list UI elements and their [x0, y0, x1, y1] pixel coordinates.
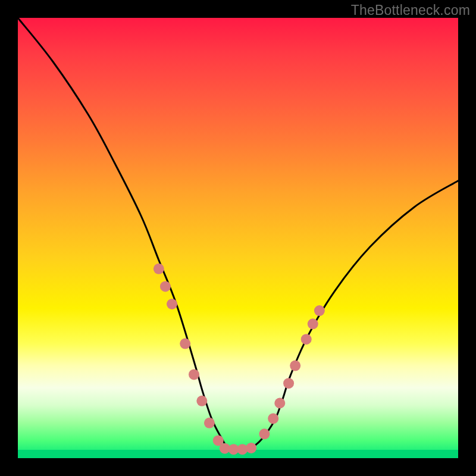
marker-dot — [167, 299, 177, 309]
marker-dot — [301, 334, 312, 345]
markers-bottom-group — [220, 443, 256, 455]
marker-dot — [308, 318, 318, 329]
marker-dot — [290, 361, 300, 371]
marker-dot — [160, 281, 171, 292]
marker-dot — [196, 396, 207, 406]
marker-dot — [180, 339, 190, 349]
marker-dot — [246, 443, 256, 453]
watermark-text: TheBottleneck.com — [351, 2, 470, 18]
plot-area — [18, 18, 458, 458]
marker-dot — [268, 413, 278, 424]
marker-dot — [314, 305, 325, 316]
marker-dot — [189, 369, 199, 380]
bottleneck-curve — [18, 18, 458, 450]
marker-dot — [154, 264, 164, 274]
marker-dot — [204, 418, 215, 428]
marker-dot — [274, 398, 285, 409]
markers-left-group — [154, 264, 224, 446]
chart-frame: TheBottleneck.com — [0, 0, 476, 476]
marker-dot — [283, 378, 294, 389]
chart-svg — [18, 18, 458, 458]
marker-dot — [259, 428, 270, 439]
